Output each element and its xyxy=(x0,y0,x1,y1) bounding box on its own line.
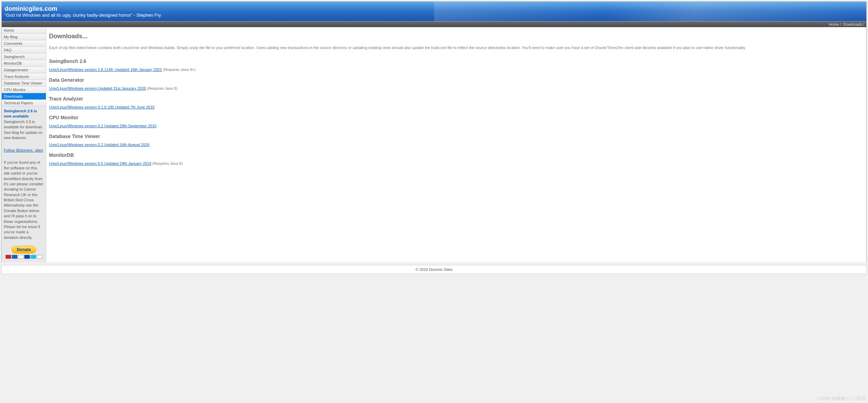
donate-button[interactable]: Donate xyxy=(11,246,36,253)
site-title: dominicgiles.com xyxy=(5,5,863,13)
card-icon xyxy=(31,255,36,259)
download-link-dbtimeviewer[interactable]: Unix/Linux/Windows version 0.2 Updated 1… xyxy=(49,143,149,147)
requirement-text: (Requires Java 8+) xyxy=(162,67,195,72)
requirement-text: (Requires Java 8) xyxy=(146,86,177,90)
breadcrumb: Home / Downloads / xyxy=(1,22,867,27)
nav-myblog[interactable]: My Blog xyxy=(2,34,46,40)
nav-comments[interactable]: Comments xyxy=(2,40,46,47)
download-link-swingbench[interactable]: Unix/Linux/Windows version 2.6.1149. Upd… xyxy=(49,67,162,72)
section-heading: MonitorDB xyxy=(49,152,863,158)
section-heading: SwingBench 2.6 xyxy=(49,58,863,64)
breadcrumb-home[interactable]: Home xyxy=(829,22,839,26)
follow-link[interactable]: Follow @dominic_giles xyxy=(4,148,44,152)
card-icon xyxy=(6,255,11,259)
sidebar-news: Swingbench 2.6 is now available Swingben… xyxy=(2,106,46,143)
download-link-monitordb[interactable]: Unix/Linux/Windows version 0.5 Updated 2… xyxy=(49,161,151,166)
site-header: dominicgiles.com "God rot Windows and al… xyxy=(1,1,867,22)
nav-faq[interactable]: FAQ xyxy=(2,47,46,54)
download-link-cpumonitor[interactable]: Unix/Linux/Windows version 0.2 Updated 2… xyxy=(49,124,156,128)
download-link-traceanalyzer[interactable]: Unix/Linux/Windows version 0.1.0.100 Upd… xyxy=(49,105,155,109)
footer: © 2010 Dominic Giles xyxy=(1,265,867,274)
nav-dbtimeviewer[interactable]: Database Time Viewer xyxy=(2,80,46,87)
section-heading: Data Generator xyxy=(49,77,863,83)
nav-swingbench[interactable]: Swingbench xyxy=(2,54,46,60)
nav-home[interactable]: Home xyxy=(2,27,46,34)
nav-traceanalyzer[interactable]: Trace Analyzer xyxy=(2,73,46,80)
page-title: Downloads... xyxy=(49,33,863,40)
card-icon xyxy=(24,255,30,259)
breadcrumb-current[interactable]: Downloads xyxy=(843,22,862,26)
requirement-text: (Requires Java 8) xyxy=(151,161,183,166)
nav-monitordb[interactable]: MonitorDB xyxy=(2,60,46,67)
site-tagline: "God rot Windows and all its ugly, clunk… xyxy=(5,13,863,18)
nav-datagenerator[interactable]: Datagenerator xyxy=(2,67,46,73)
nav-downloads[interactable]: Downloads xyxy=(2,93,46,100)
donate-message: If you've found any of the software on t… xyxy=(2,158,46,242)
card-icon xyxy=(37,255,42,259)
news-title: Swingbench 2.6 is now available xyxy=(4,108,44,119)
sidebar: Home My Blog Comments FAQ Swingbench Mon… xyxy=(2,27,46,262)
card-icon xyxy=(18,255,24,259)
section-heading: Database Time Viewer xyxy=(49,134,863,139)
download-link-datagenerator[interactable]: Unix/Linux/Windows version Updated 31st … xyxy=(49,86,146,90)
intro-text: Each of zip files listed below contains … xyxy=(49,45,863,51)
nav-papers[interactable]: Technical Papers xyxy=(2,100,46,106)
main-content: Downloads... Each of zip files listed be… xyxy=(46,27,866,262)
section-heading: Trace Analyzer xyxy=(49,96,863,102)
card-icon xyxy=(12,255,17,259)
section-heading: CPU Monitor xyxy=(49,115,863,120)
nav-cpumonitor[interactable]: CPU Monitor xyxy=(2,87,46,93)
news-body: Swingbench 2.6 is available for download… xyxy=(4,119,44,141)
payment-cards xyxy=(3,255,44,259)
